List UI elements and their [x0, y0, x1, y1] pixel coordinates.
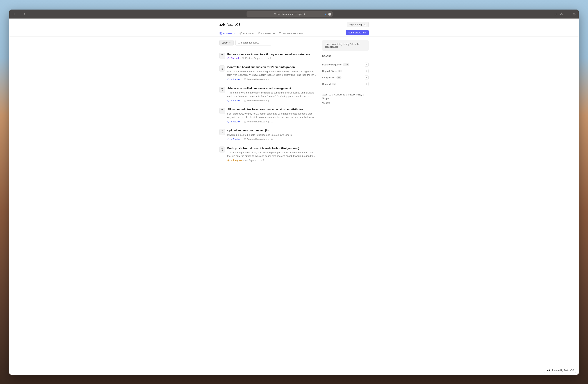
vote-count: 3: [222, 149, 223, 152]
more-icon[interactable]: [328, 13, 331, 16]
posts-column: Latest 2Remove users as interactors if t…: [219, 40, 317, 165]
conversation-prompt[interactable]: Have something to say? Join the conversa…: [322, 40, 369, 51]
search-input[interactable]: [241, 41, 269, 44]
svg-rect-15: [279, 33, 281, 34]
upvote-button[interactable]: 3: [219, 65, 225, 72]
post-description: For FeatureOS, we pay for 10 admin seats…: [227, 112, 317, 119]
post-title[interactable]: Remove users as interactors if they are …: [227, 53, 317, 56]
svg-rect-12: [220, 32, 220, 34]
upvote-button[interactable]: 3: [219, 146, 225, 153]
page-header: featureOS Sign in / Sign up: [219, 19, 369, 30]
board-count: 1: [332, 83, 336, 85]
add-post-button[interactable]: +: [365, 76, 369, 80]
url-bar[interactable]: feedback.featureos.app: [247, 11, 333, 17]
post-title[interactable]: Controlled board submission for Zapier i…: [227, 65, 317, 69]
post-comments[interactable]: 1: [268, 99, 273, 102]
audio-icon[interactable]: [325, 13, 327, 16]
post-board[interactable]: Feature Requests: [244, 138, 265, 141]
dropdown-caret-icon[interactable]: [17, 12, 19, 16]
svg-line-18: [239, 43, 240, 44]
caret-up-icon: [221, 130, 223, 131]
caret-up-icon: [221, 54, 223, 55]
add-post-button[interactable]: +: [365, 62, 369, 66]
signin-button[interactable]: Sign in / Sign up: [347, 22, 369, 27]
footer-privacy[interactable]: Privacy Policy: [348, 94, 362, 96]
nav-changelog[interactable]: CHANGELOG: [258, 30, 275, 37]
post-comments[interactable]: 1: [268, 78, 273, 81]
post-title[interactable]: Allow non-admins to access user email & …: [227, 108, 317, 111]
upvote-button[interactable]: 2: [219, 129, 225, 135]
upvote-button[interactable]: 3: [219, 87, 225, 93]
post-board[interactable]: Feature Requests: [242, 57, 263, 60]
upvote-button[interactable]: 2: [219, 108, 225, 114]
caret-up-icon: [221, 148, 223, 148]
post-status: In Progress: [227, 159, 242, 162]
post-status: In Review: [227, 78, 240, 81]
post-title[interactable]: Upload and use custom emoji's: [227, 129, 317, 132]
board-name: Bugs & Fixes: [322, 70, 336, 72]
post-comments[interactable]: 1: [268, 121, 273, 123]
svg-rect-10: [574, 13, 576, 15]
board-row[interactable]: Bugs & Fixes0+: [322, 68, 369, 74]
post-meta: In Review•Feature Requests•1: [227, 121, 317, 123]
board-row[interactable]: Support1+: [322, 81, 369, 87]
post-board[interactable]: Feature Requests: [244, 99, 265, 102]
search-box[interactable]: [235, 40, 271, 45]
nav-boards[interactable]: BOARDS: [219, 30, 235, 37]
post-comments[interactable]: 1: [260, 159, 264, 162]
post-item: 3Push posts from different boards to Jir…: [219, 144, 317, 165]
svg-rect-0: [12, 13, 15, 15]
lock-icon: [303, 13, 306, 16]
vote-count: 3: [222, 68, 223, 70]
board-row[interactable]: Integrations27+: [322, 74, 369, 81]
svg-point-19: [228, 58, 229, 59]
board-name: Feature Requests: [322, 63, 341, 66]
nav-roadmap[interactable]: ROADMAP: [239, 30, 254, 37]
post-board[interactable]: Feature Requests: [244, 121, 265, 123]
brand-logo[interactable]: featureOS: [219, 23, 240, 26]
post-meta: In Progress•Support•1: [227, 159, 317, 162]
post-description: It would be nice to be able to upload an…: [227, 133, 317, 137]
post-description: We currently leverage the Zapier integra…: [227, 70, 317, 77]
add-post-button[interactable]: +: [365, 82, 369, 86]
svg-rect-31: [246, 160, 246, 161]
svg-rect-13: [221, 32, 222, 34]
sort-latest-button[interactable]: Latest: [219, 40, 233, 45]
back-icon[interactable]: [23, 12, 26, 16]
board-count: 27: [336, 76, 341, 79]
share-icon[interactable]: [560, 12, 563, 16]
post-status: In Review: [227, 121, 240, 123]
post-board[interactable]: Feature Requests: [244, 78, 265, 81]
post-board[interactable]: Support: [245, 159, 256, 162]
tabs-icon[interactable]: [573, 12, 576, 16]
post-meta: In Review•Feature Requests•1: [227, 78, 317, 81]
post-comments[interactable]: 1: [267, 57, 271, 60]
post-comments[interactable]: 0: [268, 138, 273, 141]
new-tab-icon[interactable]: [567, 12, 570, 16]
svg-rect-32: [247, 160, 247, 161]
post-meta: In Review•Feature Requests•1: [227, 99, 317, 102]
upvote-button[interactable]: 2: [219, 53, 225, 59]
post-title[interactable]: Push posts from different boards to Jira…: [227, 146, 317, 150]
board-count: 0: [338, 70, 342, 72]
svg-rect-27: [245, 121, 246, 122]
footer-support[interactable]: Support: [322, 97, 330, 100]
post-item: 2Allow non-admins to access user email &…: [219, 105, 317, 126]
powered-by-badge[interactable]: Powered by featureOS: [544, 368, 576, 373]
footer-website[interactable]: Website: [322, 102, 330, 104]
vote-count: 2: [222, 110, 223, 113]
add-post-button[interactable]: +: [365, 69, 369, 73]
svg-rect-26: [244, 121, 245, 122]
footer-contact[interactable]: Contact us: [334, 94, 345, 96]
nav-knowledge-base[interactable]: KNOWLEDGE BASE: [279, 30, 303, 37]
submit-post-button[interactable]: Submit New Post: [346, 30, 369, 35]
post-title[interactable]: Admin - controlled customer email manage…: [227, 87, 317, 90]
downloads-icon[interactable]: [553, 12, 557, 16]
logo-mark-icon: [219, 23, 225, 26]
main-nav: BOARDS ROADMAP CHANGELOG KNOWLEDGE BASE: [219, 30, 346, 37]
post-meta: Planned•Feature Requests•1: [227, 57, 317, 60]
footer-about[interactable]: About us: [322, 94, 331, 96]
board-row[interactable]: Feature Requests280+: [322, 61, 369, 68]
sidebar-toggle-icon[interactable]: [12, 12, 15, 16]
brand-name: featureOS: [227, 23, 240, 26]
